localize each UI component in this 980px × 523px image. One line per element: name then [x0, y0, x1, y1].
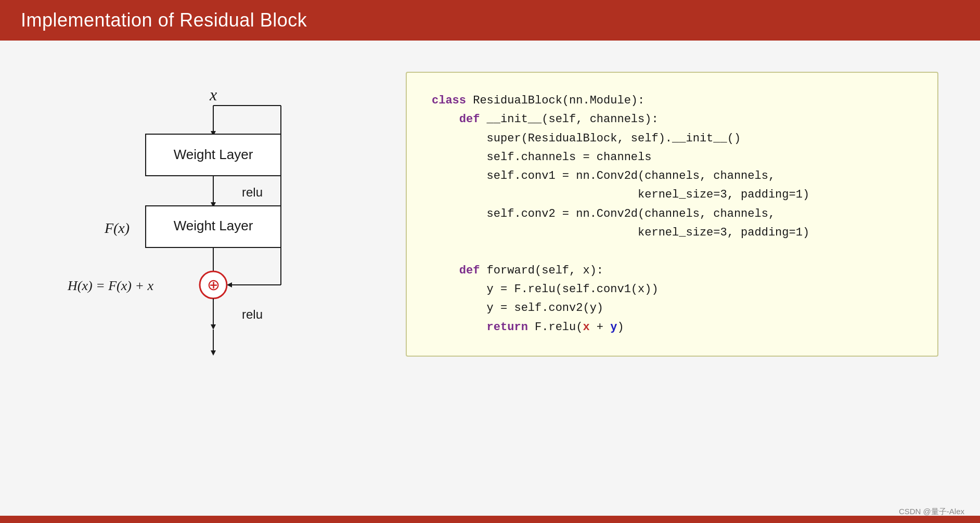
code-line-7: self.conv2 = nn.Conv2d(channels, channel… [432, 205, 912, 224]
page-title: Implementation of Residual Block [21, 9, 307, 31]
bottom-bar [0, 516, 980, 523]
page-header: Implementation of Residual Block [0, 0, 980, 41]
code-line-6: kernel_size=3, padding=1) [432, 186, 912, 204]
code-line-10: y = F.relu(self.conv1(x)) [432, 280, 912, 299]
code-line-4: self.channels = channels [432, 148, 912, 167]
svg-marker-17 [211, 350, 216, 356]
code-line-2: def __init__(self, channels): [432, 110, 912, 129]
code-line-3: super(ResidualBlock, self).__init__() [432, 129, 912, 148]
code-line-9: def forward(self, x): [432, 262, 912, 280]
code-line-12: return F.relu(x + y) [432, 318, 912, 337]
main-content: x Weight Layer relu Weight Layer ⊕ [0, 41, 980, 522]
svg-text:⊕: ⊕ [207, 276, 220, 293]
weight-layer-2-label: Weight Layer [174, 218, 253, 233]
code-block: class ResidualBlock(nn.Module): def __in… [406, 72, 938, 357]
code-line-5: self.conv1 = nn.Conv2d(channels, channel… [432, 167, 912, 186]
x-label: x [209, 85, 217, 104]
code-line-11: y = self.conv2(y) [432, 299, 912, 318]
svg-marker-13 [227, 282, 232, 287]
brand-text: CSDN @量子-Alex [899, 507, 964, 516]
code-line-8: kernel_size=3, padding=1) [432, 224, 912, 242]
code-line-1: class ResidualBlock(nn.Module): [432, 91, 912, 110]
weight-layer-1-label: Weight Layer [174, 147, 253, 162]
equation-label: H(x) = F(x) + x [67, 278, 153, 293]
relu-top-label: relu [242, 185, 263, 199]
svg-marker-15 [211, 324, 216, 330]
code-line-blank [432, 242, 912, 261]
relu-bottom-label: relu [242, 307, 263, 321]
residual-block-diagram: x Weight Layer relu Weight Layer ⊕ [42, 72, 364, 384]
diagram-area: x Weight Layer relu Weight Layer ⊕ [42, 72, 364, 384]
fx-label: F(x) [104, 220, 130, 236]
